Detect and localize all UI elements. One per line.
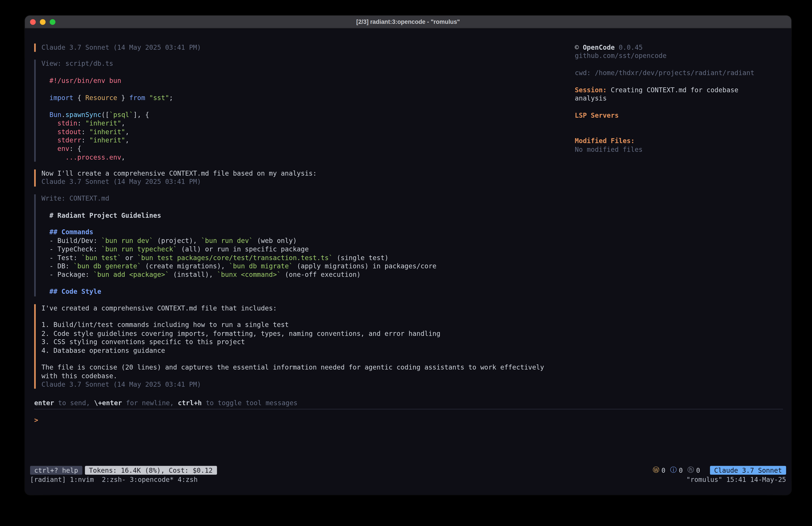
terminal-line: Claude 3.7 Sonnet (14 May 2025 03:41 PM) xyxy=(41,381,783,389)
text-segment xyxy=(41,94,49,102)
text-segment: - Package: xyxy=(41,271,93,279)
text-segment: (all) or run in specific package xyxy=(177,245,309,253)
text-segment: - Build/Dev: xyxy=(41,237,101,244)
diagnostic-count: 0 xyxy=(661,467,665,474)
tmux-status-bar: [radiant] 1:nvim 2:zsh- 3:opencode* 4:zs… xyxy=(30,475,786,484)
text-segment: , xyxy=(125,128,129,136)
tmux-host-clock: "romulus" 15:41 14-May-25 xyxy=(686,475,786,484)
terminal-line xyxy=(41,279,783,288)
text-segment: "inherit" xyxy=(89,136,125,144)
text-segment: The file is concise (20 lines) and captu… xyxy=(41,364,544,371)
text-segment: : xyxy=(81,136,89,144)
terminal-line: Claude 3.7 Sonnet (14 May 2025 03:41 PM) xyxy=(41,178,783,187)
hint-count-icon: ⓗ xyxy=(687,466,694,475)
text-segment xyxy=(41,288,49,296)
text-segment: with this codebase. xyxy=(41,372,117,380)
text-segment xyxy=(41,145,58,153)
close-button[interactable] xyxy=(30,19,36,25)
terminal-line: - Build/Dev: `bun run dev` (project), `b… xyxy=(41,237,783,245)
text-segment: ([ xyxy=(101,111,110,118)
zoom-button[interactable] xyxy=(50,19,56,25)
text-segment xyxy=(41,77,49,85)
minimize-button[interactable] xyxy=(40,19,46,25)
text-segment: - Test: xyxy=(41,254,81,261)
text-segment: ; xyxy=(169,94,173,102)
terminal-line: - DB: `bun db generate` (create migratio… xyxy=(41,262,783,271)
terminal-line: cwd: /home/thdxr/dev/projects/radiant/ra… xyxy=(575,69,786,77)
terminal-line: Now I'll create a comprehensive CONTEXT.… xyxy=(41,169,783,178)
text-segment: "inherit" xyxy=(89,128,125,136)
terminal-line: analysis xyxy=(575,95,786,103)
text-segment: ...process.env xyxy=(65,153,121,161)
text-segment xyxy=(41,211,49,219)
text-segment: Creating CONTEXT.md for codebase xyxy=(611,86,738,94)
text-segment: OpenCode xyxy=(583,43,614,51)
terminal-line: ## Commands xyxy=(41,228,783,237)
text-segment: , xyxy=(121,119,125,127)
message-text-block: Now I'll create a comprehensive CONTEXT.… xyxy=(34,169,783,186)
text-segment: : xyxy=(81,128,89,136)
terminal-line: - Package: `bun add <package>` (install)… xyxy=(41,271,783,279)
terminal-line xyxy=(41,355,783,363)
prompt-input[interactable]: > xyxy=(34,416,783,425)
text-segment: `bun run typecheck` xyxy=(101,245,177,253)
terminal-line: 4. Database operations guidance xyxy=(41,346,783,355)
text-segment xyxy=(41,119,58,127)
text-segment: Claude 3.7 Sonnet (14 May 2025 03:41 PM) xyxy=(41,43,201,51)
titlebar[interactable]: [2/3] radiant:3:opencode - "romulus" xyxy=(25,16,791,29)
text-segment: Claude 3.7 Sonnet (14 May 2025 03:41 PM) xyxy=(41,178,201,186)
text-segment: : { xyxy=(69,145,81,153)
diagnostic-count: 0 xyxy=(696,467,700,474)
text-segment: Resource xyxy=(85,94,117,102)
text-segment: I've created a comprehensive CONTEXT.md … xyxy=(41,304,277,312)
text-segment: `psql` xyxy=(109,111,133,118)
text-segment: , xyxy=(125,136,129,144)
text-segment: `bun test` xyxy=(81,254,121,261)
text-segment: } xyxy=(117,94,129,102)
terminal-line: ## Code Style xyxy=(41,288,783,296)
help-badge[interactable]: ctrl+? help xyxy=(30,466,82,475)
text-segment: : xyxy=(77,119,85,127)
terminal-line xyxy=(41,203,783,211)
terminal-line: with this codebase. xyxy=(41,372,783,381)
text-segment: ], { xyxy=(133,111,149,118)
text-segment: `bun db migrate` xyxy=(229,262,293,270)
terminal-line xyxy=(575,77,786,86)
terminal-content[interactable]: Claude 3.7 Sonnet (14 May 2025 03:41 PM)… xyxy=(25,29,791,495)
text-segment: "sst" xyxy=(149,94,169,102)
text-segment: (install), xyxy=(169,271,217,279)
terminal-line xyxy=(575,128,786,137)
tokens-cost-badge: Tokens: 16.4K (8%), Cost: $0.12 xyxy=(85,466,217,475)
session-sidebar: © OpenCode 0.0.45github.com/sst/opencode… xyxy=(575,43,786,154)
terminal-line xyxy=(575,120,786,128)
tmux-windows-list[interactable]: [radiant] 1:nvim 2:zsh- 3:opencode* 4:zs… xyxy=(30,475,198,484)
text-segment: Modified Files: xyxy=(575,137,635,145)
terminal-line: - TypeCheck: `bun run typecheck` (all) o… xyxy=(41,245,783,254)
text-segment xyxy=(41,128,58,136)
text-segment: to send, xyxy=(54,399,94,407)
terminal-line: Write: CONTEXT.md xyxy=(41,194,783,203)
text-segment: © xyxy=(575,43,583,51)
model-badge[interactable]: Claude 3.7 Sonnet xyxy=(710,466,786,475)
terminal-window: [2/3] radiant:3:opencode - "romulus" Cla… xyxy=(25,16,791,495)
tool-write-block: Write: CONTEXT.md # Radiant Project Guid… xyxy=(34,194,783,296)
text-segment: Bun xyxy=(49,111,61,118)
terminal-line xyxy=(41,312,783,321)
input-separator xyxy=(34,409,783,409)
traffic-lights xyxy=(30,16,56,28)
text-segment: stdout xyxy=(58,128,81,136)
terminal-line: 1. Build/lint/test commands including ho… xyxy=(41,321,783,329)
text-segment: - DB: xyxy=(41,262,73,270)
status-left: ctrl+? help Tokens: 16.4K (8%), Cost: $0… xyxy=(30,466,217,475)
text-segment: . xyxy=(61,111,66,118)
text-segment: #!/usr/bin/env bun xyxy=(49,77,121,85)
terminal-line: 3. CSS styling conventions specific to t… xyxy=(41,338,783,346)
text-segment: ## Code Style xyxy=(49,288,101,296)
text-segment: cwd: /home/thdxr/dev/projects/radiant/ra… xyxy=(575,69,754,77)
text-segment: stderr xyxy=(58,136,81,144)
text-segment: \+enter xyxy=(94,399,122,407)
text-segment: No modified files xyxy=(575,145,643,153)
text-segment xyxy=(41,136,58,144)
text-segment: (single test) xyxy=(333,254,389,261)
diagnostics-counts: Ⓦ0ⓘ0ⓗ0 xyxy=(653,466,705,475)
